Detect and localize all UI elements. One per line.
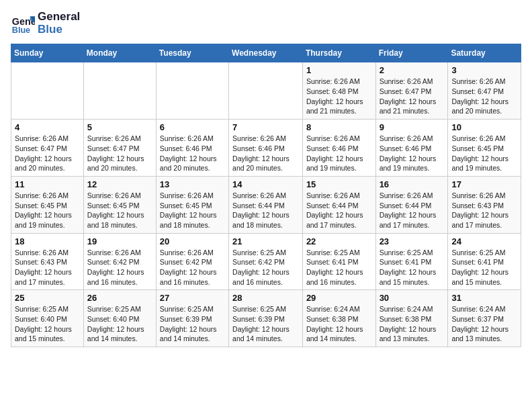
day-info: Sunrise: 6:26 AM Sunset: 6:43 PM Dayligh…	[15, 248, 80, 287]
calendar-cell: 31Sunrise: 6:24 AM Sunset: 6:37 PM Dayli…	[448, 290, 521, 347]
calendar-cell: 29Sunrise: 6:24 AM Sunset: 6:38 PM Dayli…	[302, 290, 375, 347]
day-info: Sunrise: 6:24 AM Sunset: 6:37 PM Dayligh…	[451, 304, 517, 344]
day-number: 18	[15, 236, 80, 246]
day-number: 15	[306, 179, 372, 189]
calendar-cell: 12Sunrise: 6:26 AM Sunset: 6:45 PM Dayli…	[83, 176, 156, 233]
calendar-table: SundayMondayTuesdayWednesdayThursdayFrid…	[11, 44, 521, 347]
day-info: Sunrise: 6:25 AM Sunset: 6:41 PM Dayligh…	[451, 248, 517, 287]
day-info: Sunrise: 6:26 AM Sunset: 6:47 PM Dayligh…	[380, 77, 445, 116]
day-info: Sunrise: 6:25 AM Sunset: 6:40 PM Dayligh…	[87, 304, 152, 344]
calendar-cell: 10Sunrise: 6:26 AM Sunset: 6:45 PM Dayli…	[448, 120, 521, 177]
calendar-cell: 4Sunrise: 6:26 AM Sunset: 6:47 PM Daylig…	[11, 120, 84, 177]
logo-general: General	[38, 11, 80, 24]
day-number: 27	[160, 293, 225, 303]
day-number: 23	[380, 236, 445, 246]
week-row-4: 18Sunrise: 6:26 AM Sunset: 6:43 PM Dayli…	[11, 233, 521, 290]
calendar-cell	[11, 62, 84, 120]
day-info: Sunrise: 6:26 AM Sunset: 6:47 PM Dayligh…	[15, 134, 80, 173]
day-number: 22	[306, 236, 372, 246]
day-number: 25	[15, 293, 80, 303]
calendar-cell: 19Sunrise: 6:26 AM Sunset: 6:42 PM Dayli…	[83, 233, 156, 290]
calendar-cell: 23Sunrise: 6:25 AM Sunset: 6:41 PM Dayli…	[375, 233, 448, 290]
day-info: Sunrise: 6:26 AM Sunset: 6:44 PM Dayligh…	[232, 191, 299, 230]
calendar-cell: 28Sunrise: 6:25 AM Sunset: 6:39 PM Dayli…	[229, 290, 303, 347]
day-info: Sunrise: 6:26 AM Sunset: 6:44 PM Dayligh…	[306, 191, 372, 230]
day-info: Sunrise: 6:25 AM Sunset: 6:42 PM Dayligh…	[232, 248, 299, 287]
day-info: Sunrise: 6:26 AM Sunset: 6:46 PM Dayligh…	[380, 134, 445, 173]
day-info: Sunrise: 6:25 AM Sunset: 6:41 PM Dayligh…	[306, 248, 372, 287]
logo-icon: General Blue	[11, 11, 35, 36]
day-info: Sunrise: 6:26 AM Sunset: 6:47 PM Dayligh…	[87, 134, 152, 173]
day-info: Sunrise: 6:26 AM Sunset: 6:47 PM Dayligh…	[451, 77, 517, 116]
calendar-cell: 22Sunrise: 6:25 AM Sunset: 6:41 PM Dayli…	[302, 233, 375, 290]
page-header: General Blue General Blue	[11, 11, 521, 36]
calendar-cell: 14Sunrise: 6:26 AM Sunset: 6:44 PM Dayli…	[229, 176, 303, 233]
logo-blue: Blue	[38, 24, 80, 36]
day-number: 13	[160, 179, 225, 189]
weekday-header-friday: Friday	[375, 44, 448, 62]
day-info: Sunrise: 6:26 AM Sunset: 6:42 PM Dayligh…	[160, 248, 225, 287]
day-number: 3	[451, 65, 517, 75]
day-info: Sunrise: 6:26 AM Sunset: 6:44 PM Dayligh…	[380, 191, 445, 230]
day-number: 20	[160, 236, 225, 246]
day-info: Sunrise: 6:25 AM Sunset: 6:41 PM Dayligh…	[380, 248, 445, 287]
calendar-cell: 2Sunrise: 6:26 AM Sunset: 6:47 PM Daylig…	[375, 62, 448, 120]
day-number: 17	[451, 179, 517, 189]
calendar-cell: 26Sunrise: 6:25 AM Sunset: 6:40 PM Dayli…	[83, 290, 156, 347]
weekday-header-monday: Monday	[83, 44, 156, 62]
calendar-cell: 8Sunrise: 6:26 AM Sunset: 6:46 PM Daylig…	[302, 120, 375, 177]
calendar-cell: 17Sunrise: 6:26 AM Sunset: 6:43 PM Dayli…	[448, 176, 521, 233]
calendar-cell: 1Sunrise: 6:26 AM Sunset: 6:48 PM Daylig…	[302, 62, 375, 120]
day-info: Sunrise: 6:25 AM Sunset: 6:39 PM Dayligh…	[160, 304, 225, 344]
day-info: Sunrise: 6:26 AM Sunset: 6:45 PM Dayligh…	[451, 134, 517, 173]
day-number: 1	[306, 65, 372, 75]
weekday-header-row: SundayMondayTuesdayWednesdayThursdayFrid…	[11, 44, 521, 62]
calendar-cell: 3Sunrise: 6:26 AM Sunset: 6:47 PM Daylig…	[448, 62, 521, 120]
weekday-header-sunday: Sunday	[11, 44, 84, 62]
calendar-cell: 11Sunrise: 6:26 AM Sunset: 6:45 PM Dayli…	[11, 176, 84, 233]
day-info: Sunrise: 6:26 AM Sunset: 6:48 PM Dayligh…	[306, 77, 372, 116]
day-number: 28	[232, 293, 299, 303]
day-number: 7	[232, 122, 299, 132]
day-number: 12	[87, 179, 152, 189]
svg-text:Blue: Blue	[12, 26, 30, 35]
week-row-5: 25Sunrise: 6:25 AM Sunset: 6:40 PM Dayli…	[11, 290, 521, 347]
calendar-cell: 20Sunrise: 6:26 AM Sunset: 6:42 PM Dayli…	[156, 233, 228, 290]
day-info: Sunrise: 6:24 AM Sunset: 6:38 PM Dayligh…	[306, 304, 372, 344]
day-info: Sunrise: 6:26 AM Sunset: 6:45 PM Dayligh…	[15, 191, 80, 230]
logo: General Blue General Blue	[11, 11, 80, 36]
day-number: 5	[87, 122, 152, 132]
day-number: 2	[380, 65, 445, 75]
day-number: 19	[87, 236, 152, 246]
day-number: 16	[380, 179, 445, 189]
day-number: 14	[232, 179, 299, 189]
day-number: 26	[87, 293, 152, 303]
day-number: 11	[15, 179, 80, 189]
calendar-cell: 7Sunrise: 6:26 AM Sunset: 6:46 PM Daylig…	[229, 120, 303, 177]
calendar-cell: 5Sunrise: 6:26 AM Sunset: 6:47 PM Daylig…	[83, 120, 156, 177]
day-number: 31	[451, 293, 517, 303]
week-row-1: 1Sunrise: 6:26 AM Sunset: 6:48 PM Daylig…	[11, 62, 521, 120]
weekday-header-wednesday: Wednesday	[229, 44, 303, 62]
day-info: Sunrise: 6:25 AM Sunset: 6:39 PM Dayligh…	[232, 304, 299, 344]
calendar-cell: 6Sunrise: 6:26 AM Sunset: 6:46 PM Daylig…	[156, 120, 228, 177]
calendar-cell	[156, 62, 228, 120]
calendar-cell: 25Sunrise: 6:25 AM Sunset: 6:40 PM Dayli…	[11, 290, 84, 347]
day-info: Sunrise: 6:26 AM Sunset: 6:46 PM Dayligh…	[306, 134, 372, 173]
day-number: 29	[306, 293, 372, 303]
week-row-2: 4Sunrise: 6:26 AM Sunset: 6:47 PM Daylig…	[11, 120, 521, 177]
day-info: Sunrise: 6:26 AM Sunset: 6:43 PM Dayligh…	[451, 191, 517, 230]
day-info: Sunrise: 6:26 AM Sunset: 6:45 PM Dayligh…	[87, 191, 152, 230]
day-info: Sunrise: 6:26 AM Sunset: 6:42 PM Dayligh…	[87, 248, 152, 287]
calendar-cell: 30Sunrise: 6:24 AM Sunset: 6:38 PM Dayli…	[375, 290, 448, 347]
calendar-cell: 21Sunrise: 6:25 AM Sunset: 6:42 PM Dayli…	[229, 233, 303, 290]
day-info: Sunrise: 6:25 AM Sunset: 6:40 PM Dayligh…	[15, 304, 80, 344]
day-info: Sunrise: 6:26 AM Sunset: 6:46 PM Dayligh…	[232, 134, 299, 173]
day-number: 30	[380, 293, 445, 303]
calendar-cell: 27Sunrise: 6:25 AM Sunset: 6:39 PM Dayli…	[156, 290, 228, 347]
day-info: Sunrise: 6:26 AM Sunset: 6:45 PM Dayligh…	[160, 191, 225, 230]
calendar-cell: 18Sunrise: 6:26 AM Sunset: 6:43 PM Dayli…	[11, 233, 84, 290]
calendar-cell: 9Sunrise: 6:26 AM Sunset: 6:46 PM Daylig…	[375, 120, 448, 177]
day-number: 6	[160, 122, 225, 132]
calendar-cell	[229, 62, 303, 120]
